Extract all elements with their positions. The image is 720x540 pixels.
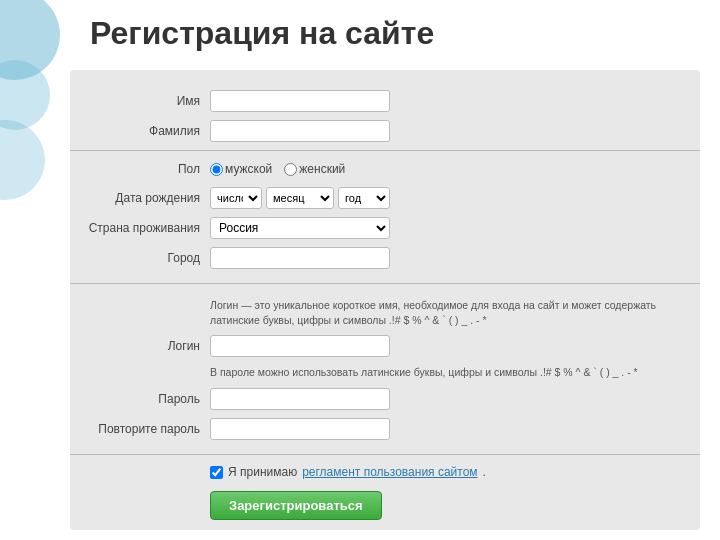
submit-button[interactable]: Зарегистрироваться [210,491,382,520]
gender-row: Пол мужской женский [70,155,700,183]
agreement-row: Я принимаю регламент пользования сайтом … [70,459,700,485]
password-confirm-label: Повторите пароль [80,422,210,436]
city-label: Город [80,251,210,265]
city-input[interactable] [210,247,390,269]
gender-female-label: женский [299,162,345,176]
login-row: Логин [70,331,700,361]
circle-3 [0,120,45,200]
gender-male-label: мужской [225,162,272,176]
dob-row: Дата рождения число месяц год [70,183,700,213]
password-confirm-row: Повторите пароль [70,414,700,444]
password-hint: В пароле можно использовать латинские бу… [70,361,700,384]
personal-info-section: Имя Фамилия Пол мужской женский Дата [70,80,700,279]
registration-form: Имя Фамилия Пол мужской женский Дата [70,70,700,530]
gender-male-option[interactable]: мужской [210,162,272,176]
city-row: Город [70,243,700,273]
name-input[interactable] [210,90,390,112]
gender-male-radio[interactable] [210,163,223,176]
agreement-text: Я принимаю [228,465,297,479]
country-label: Страна проживания [80,221,210,235]
password-confirm-input[interactable] [210,418,390,440]
divider-1 [70,150,700,151]
surname-input[interactable] [210,120,390,142]
surname-row: Фамилия [70,116,700,146]
page-title: Регистрация на сайте [90,15,434,52]
dob-day-select[interactable]: число [210,187,262,209]
submit-row: Зарегистрироваться [70,485,700,526]
password-row: Пароль [70,384,700,414]
login-label: Логин [80,339,210,353]
login-input[interactable] [210,335,390,357]
gender-radio-group: мужской женский [210,162,345,176]
country-select[interactable]: Россия США Германия [210,217,390,239]
dob-month-select[interactable]: месяц [266,187,334,209]
password-label: Пароль [80,392,210,406]
gender-label: Пол [80,162,210,176]
password-input[interactable] [210,388,390,410]
credentials-section: Логин — это уникальное короткое имя, нео… [70,288,700,450]
country-row: Страна проживания Россия США Германия [70,213,700,243]
decorative-circles [0,0,80,540]
agreement-suffix: . [483,465,486,479]
gender-female-option[interactable]: женский [284,162,345,176]
surname-label: Фамилия [80,124,210,138]
login-hint: Логин — это уникальное короткое имя, нео… [70,294,700,331]
divider-2 [70,283,700,284]
gender-female-radio[interactable] [284,163,297,176]
name-label: Имя [80,94,210,108]
divider-3 [70,454,700,455]
name-row: Имя [70,86,700,116]
dob-group: число месяц год [210,187,390,209]
agreement-checkbox[interactable] [210,466,223,479]
dob-label: Дата рождения [80,191,210,205]
dob-year-select[interactable]: год [338,187,390,209]
agreement-link[interactable]: регламент пользования сайтом [302,465,477,479]
